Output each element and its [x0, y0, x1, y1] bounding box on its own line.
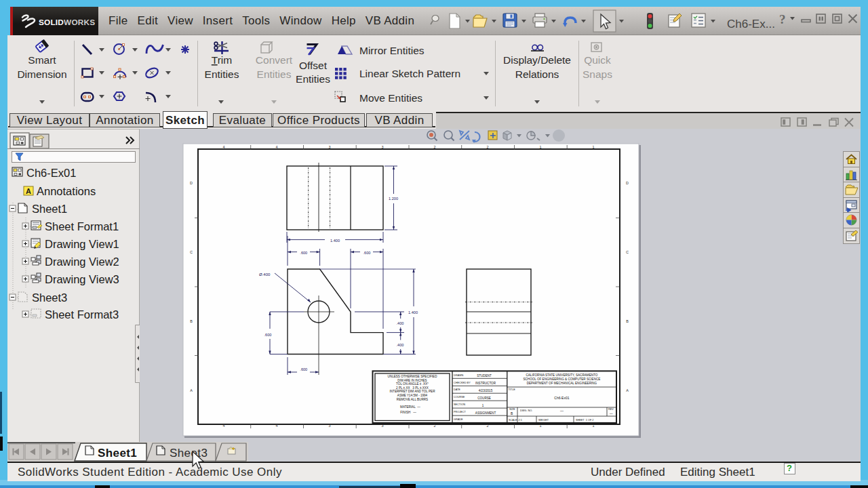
svg-text:B: B [626, 319, 629, 323]
svg-text:Sheet3: Sheet3 [32, 291, 67, 304]
svg-text:Trim: Trim [212, 54, 232, 66]
svg-text:DWG. NO.: DWG. NO. [520, 409, 532, 412]
svg-text:Sheet Format1: Sheet Format1 [45, 220, 119, 232]
svg-text:COURSE: COURSE [454, 396, 465, 399]
svg-text:3: 3 [328, 424, 330, 428]
svg-text:PROJECT: PROJECT [454, 411, 466, 413]
svg-text:Entities: Entities [205, 68, 239, 80]
svg-text:Sheet1: Sheet1 [32, 203, 67, 215]
svg-text:1: 1 [482, 404, 484, 407]
svg-text:GRADE: GRADE [454, 418, 463, 421]
svg-text:3: 3 [381, 424, 383, 428]
svg-text:INSTRUCTOR: INSTRUCTOR [475, 382, 496, 385]
svg-text:3: 3 [328, 145, 330, 149]
svg-text:Ch6-Ex01: Ch6-Ex01 [554, 396, 569, 400]
svg-text:DIM ARE IN INCHES: DIM ARE IN INCHES [397, 379, 427, 382]
svg-text:?: ? [779, 12, 786, 26]
svg-text:4: 4 [222, 424, 224, 428]
svg-text:Entities: Entities [296, 73, 330, 85]
svg-text:Drawing View3: Drawing View3 [45, 273, 119, 285]
svg-text:4/23/2015: 4/23/2015 [479, 389, 493, 392]
svg-text:REV: REV [608, 408, 614, 411]
svg-text:4: 4 [275, 145, 277, 149]
svg-text:SOLIDWORKS: SOLIDWORKS [39, 18, 95, 27]
svg-text:4: 4 [275, 424, 277, 428]
svg-text:COURSE: COURSE [477, 396, 491, 400]
svg-text:Offset: Offset [299, 60, 328, 71]
svg-text:A: A [190, 388, 193, 392]
svg-text:DRAWN: DRAWN [454, 374, 463, 377]
svg-text:Sheet1: Sheet1 [98, 447, 137, 460]
svg-text:C: C [190, 250, 193, 254]
svg-text:.600: .600 [300, 367, 307, 371]
svg-text:SHEET 1 OF 2: SHEET 1 OF 2 [576, 419, 593, 422]
svg-text:2: 2 [486, 145, 488, 149]
svg-text:2: 2 [433, 145, 435, 149]
svg-text:DATE: DATE [454, 388, 460, 391]
svg-text:Annotations: Annotations [37, 185, 96, 197]
svg-text:MATERIAL —: MATERIAL — [400, 405, 420, 409]
svg-text:Quick: Quick [584, 54, 611, 66]
svg-text:1: 1 [592, 145, 594, 149]
svg-text:C: C [626, 250, 629, 254]
svg-text:ASME Y14.5M - 1994: ASME Y14.5M - 1994 [397, 394, 428, 397]
svg-text:TOL ON ANGLE ± .XX°: TOL ON ANGLE ± .XX° [396, 382, 429, 386]
svg-text:2: 2 [433, 424, 435, 428]
svg-text:Ø.400: Ø.400 [259, 272, 271, 277]
svg-text:—: — [610, 412, 613, 415]
svg-text:Move Entities: Move Entities [359, 92, 422, 104]
svg-text:Ch6-Ex01: Ch6-Ex01 [26, 167, 76, 179]
svg-text:FINISH —: FINISH — [400, 411, 416, 414]
svg-text:ASSIGNMENT: ASSIGNMENT [475, 411, 496, 415]
svg-text:.600: .600 [363, 251, 371, 255]
svg-text:SECTION: SECTION [454, 403, 465, 406]
svg-text:Drawing View2: Drawing View2 [45, 256, 119, 268]
svg-text:CALIFORNIA STATE UNIVERSITY, S: CALIFORNIA STATE UNIVERSITY, SACRAMENTO [526, 373, 597, 377]
svg-text:2 PL ±.XX 3 PL ±.XXX: 2 PL ±.XX 3 PL ±.XXX [396, 386, 429, 390]
svg-text:SIZE: SIZE [509, 408, 515, 411]
svg-text:INTERPRET DIM AND TOL PER: INTERPRET DIM AND TOL PER [390, 390, 436, 393]
svg-text:Display/Delete: Display/Delete [503, 54, 571, 66]
svg-text:Relations: Relations [515, 68, 559, 80]
svg-text:A: A [626, 388, 629, 392]
svg-text:1: 1 [592, 424, 594, 428]
svg-text:B: B [190, 319, 193, 323]
svg-text:4: 4 [222, 145, 224, 149]
svg-text:Snaps: Snaps [583, 68, 612, 80]
svg-text:1.400: 1.400 [408, 310, 418, 314]
svg-text:1.400: 1.400 [330, 239, 340, 243]
svg-text:SCHOOL OF ENGINEERING & COMPUT: SCHOOL OF ENGINEERING & COMPUTER SCIENCE [523, 378, 600, 381]
svg-text:1.200: 1.200 [389, 197, 398, 201]
svg-text:Smart: Smart [28, 54, 56, 66]
svg-text:D: D [626, 181, 629, 185]
svg-text:UNLESS OTHERWISE SPECIFIED: UNLESS OTHERWISE SPECIFIED [388, 375, 438, 378]
svg-text:—: — [560, 409, 564, 413]
svg-text:DEPARTMENT OF MECHANICAL ENGIN: DEPARTMENT OF MECHANICAL ENGINEERING [527, 382, 597, 385]
svg-text:TITLE: TITLE [509, 388, 516, 391]
svg-text:Mirror Entities: Mirror Entities [359, 45, 425, 56]
svg-text:.600: .600 [264, 333, 272, 337]
svg-text:1: 1 [539, 145, 541, 149]
svg-text:Convert: Convert [256, 54, 293, 66]
svg-text:D: D [190, 181, 193, 185]
svg-text:SCALE 2:1: SCALE 2:1 [509, 419, 522, 422]
svg-text:Sheet Format3: Sheet Format3 [45, 308, 119, 321]
svg-text:REMOVE ALL BURRS: REMOVE ALL BURRS [397, 398, 428, 401]
svg-text:.600: .600 [300, 251, 307, 255]
svg-text:3: 3 [381, 145, 383, 149]
svg-text:.400: .400 [397, 343, 404, 347]
svg-text:Entities: Entities [257, 68, 292, 80]
svg-text:Drawing View1: Drawing View1 [45, 238, 119, 250]
svg-text:WEIGHT: WEIGHT [538, 419, 549, 422]
svg-text:1: 1 [539, 424, 541, 428]
svg-text:.400: .400 [397, 321, 404, 325]
svg-text:Linear Sketch Pattern: Linear Sketch Pattern [359, 68, 460, 79]
svg-text:A: A [26, 187, 31, 195]
svg-text:2: 2 [486, 424, 488, 428]
svg-text:CHECKED BY: CHECKED BY [454, 382, 471, 384]
svg-text:Dimension: Dimension [17, 68, 66, 80]
svg-text:Ch6-Ex...: Ch6-Ex... [727, 18, 775, 30]
svg-text:STUDENT: STUDENT [477, 374, 492, 378]
